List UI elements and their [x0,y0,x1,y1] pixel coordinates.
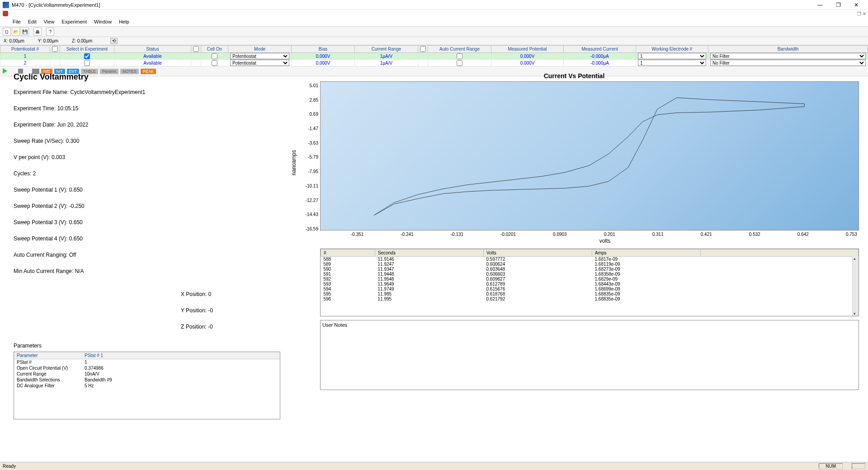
r2-auto-cb[interactable] [457,60,462,66]
exp-zpos: Z Position: -0 [181,324,280,330]
content-area: Cyclic Voltammetry Experiment File Name:… [0,72,868,462]
exp-date: Experiment Date: Jun 20, 2022 [14,122,181,128]
help-icon[interactable]: ? [46,28,54,36]
h-cellon: Cell On [201,46,228,53]
maximize-button[interactable]: ❐ [829,0,847,10]
table-row[interactable]: 59311.96490.6127891.68443e-09 [321,282,859,287]
menu-edit[interactable]: Edit [24,18,40,25]
h-selall-cb[interactable] [52,46,58,52]
chart-yticks: 5.01 2.85 0.69 -1.47 -3.63 -5.79 -7.95 -… [298,81,320,244]
dt-h0: # [321,249,375,257]
exp-sp3: Sweep Potential 3 (V): 0.650 [14,219,181,226]
r2-we-select[interactable]: 1 [638,60,706,66]
h-mpot: Measured Potential [491,46,564,53]
exp-sweeprate: Sweep Rate (V/Sec): 0.300 [14,138,181,144]
params-row: DC Analogue Filter5 Hz [14,383,280,389]
print-icon[interactable]: 🖶 [33,28,42,36]
close-button[interactable]: ✕ [847,0,865,10]
r1-select-cb[interactable] [84,53,90,59]
params-h1: Parameter [14,352,82,359]
chart-ylabel: nanoamps [291,150,297,175]
left-panel: Cyclic Voltammetry Experiment File Name:… [0,72,289,462]
exp-xpos: X Position: 0 [181,291,280,297]
exp-time: Experiment Time: 10:05:15 [14,105,181,112]
exp-sp4: Sweep Potential 4 (V): 0.650 [14,235,181,242]
menu-window[interactable]: Window [90,18,115,25]
table-row[interactable]: 59211.95480.6096271.6829e-09 [321,277,859,282]
chart-ylabel-wrap: nanoamps [289,81,298,244]
scrollbar[interactable] [852,256,859,316]
r1-mode-select[interactable]: Potentiostat [230,53,289,59]
exp-autorange: Auto Current Ranging: Off [14,252,181,258]
dt-hspacer [701,249,859,257]
params-row: Bandwidth SelectionsBandwidth #9 [14,377,280,383]
new-file-icon[interactable]: 🗋 [3,28,11,36]
menu-help[interactable]: Help [115,18,133,25]
table-row[interactable]: 59011.93470.6036481.68273e-09 [321,267,859,272]
status-pad [852,463,865,469]
r1-range: 1µA/V [355,53,418,60]
h-bias: Bias [292,46,355,53]
table-row[interactable]: 59511.9850.6187681.68835e-09 [321,291,859,296]
h-autorange: Auto Current Range [428,46,491,53]
params-row: Open Circuit Potential (V)0.374986 [14,365,280,371]
h-we: Working Electrode # [636,46,708,53]
r1-auto-cb[interactable] [457,53,462,59]
chart-area: nanoamps 5.01 2.85 0.69 -1.47 -3.63 -5.7… [289,81,859,244]
user-notes-label: User Notes [322,322,347,328]
user-notes[interactable]: User Notes [320,320,859,390]
h-bw: Bandwidth [708,46,868,53]
pos-refresh-icon[interactable]: ⟲ [110,38,118,44]
menu-experiment[interactable]: Experiment [58,18,90,25]
exp-ypos: Y Position: -0 [181,307,280,314]
chart-title: Current Vs Potential [289,72,859,80]
pos-z: Z: 0.00µm [72,38,92,43]
pos-y: Y: 0.00µm [38,38,58,43]
h-auto-cb[interactable] [420,46,426,52]
menu-view[interactable]: View [40,18,58,25]
open-file-icon[interactable]: 📂 [12,28,20,36]
params-table: ParameterPStat # 1 PStat #1 Open Circuit… [14,352,280,419]
data-table-wrap: # Seconds Volts Amps 58811.91460.5977721… [320,249,859,316]
menu-file[interactable]: File [9,18,24,25]
right-panel: Current Vs Potential nanoamps 5.01 2.85 … [289,72,868,462]
chart-xticks: -0.351 -0.241 -0.131 -0.0201 0.0903 0.20… [351,232,859,237]
data-table[interactable]: # Seconds Volts Amps 58811.91460.5977721… [321,249,859,301]
minimize-button[interactable]: — [811,0,829,10]
table-row[interactable]: 58911.92470.6006241.68119e-09 [321,262,859,267]
mdi-restore-icon[interactable]: ❐ ✕ [855,11,868,16]
r1-mcur: -0.000µA [564,53,636,60]
exp-sp2: Sweep Potential 2 (V): -0.250 [14,203,181,209]
experiment-title: Cyclic Voltammetry [14,72,280,82]
app-icon [3,2,9,8]
pstat-row-1[interactable]: 1 Available Potentiostat 0.000V 1µA/V 0.… [0,53,868,60]
r2-select-cb[interactable] [84,60,90,66]
exp-file: Experiment File Name: CyclicVoltammetryE… [14,89,181,95]
r1-cell-cb[interactable] [212,53,217,59]
r1-mpot: 0.000V [491,53,564,60]
h-mcur: Measured Current [564,46,636,53]
dt-h2: Volts [484,249,592,257]
exp-sp1: Sweep Potential 1 (V): 0.650 [14,187,181,193]
h-cell-cb[interactable] [193,46,199,52]
r1-we-select[interactable]: 1 [638,53,706,59]
mdi-bar: ❐ ✕ [0,10,868,17]
dt-h3: Amps [592,249,701,257]
save-file-icon[interactable]: 💾 [21,28,29,36]
table-row[interactable]: 59411.97490.6156761.68699e-09 [321,287,859,291]
r2-bias: 0.000V [292,60,355,66]
params-row: PStat #1 [14,359,280,366]
params-row: Current Range10nA/V [14,371,280,377]
table-row[interactable]: 58811.91460.5977721.6817e-09 [321,257,859,262]
pstat-row-2[interactable]: 2 Available Potentiostat 0.000V 1µA/V 0.… [0,60,868,66]
position-bar: X: 0.00µm Y: 0.00µm Z: 0.00µm ⟲ [0,37,868,45]
chart-xlabel: volts [351,238,859,244]
r1-bw-select[interactable]: No Filter [710,53,866,59]
r2-bw-select[interactable]: No Filter [710,60,866,66]
r2-mode-select[interactable]: Potentiostat [230,60,289,66]
table-row[interactable]: 59111.94480.6066031.68358e-09 [321,272,859,277]
chart-plot[interactable] [320,81,859,230]
table-row[interactable]: 59611.9950.6217921.68835e-09 [321,296,859,301]
r2-cell-cb[interactable] [212,60,217,66]
exp-vpp: V per point (V): 0.003 [14,154,181,160]
